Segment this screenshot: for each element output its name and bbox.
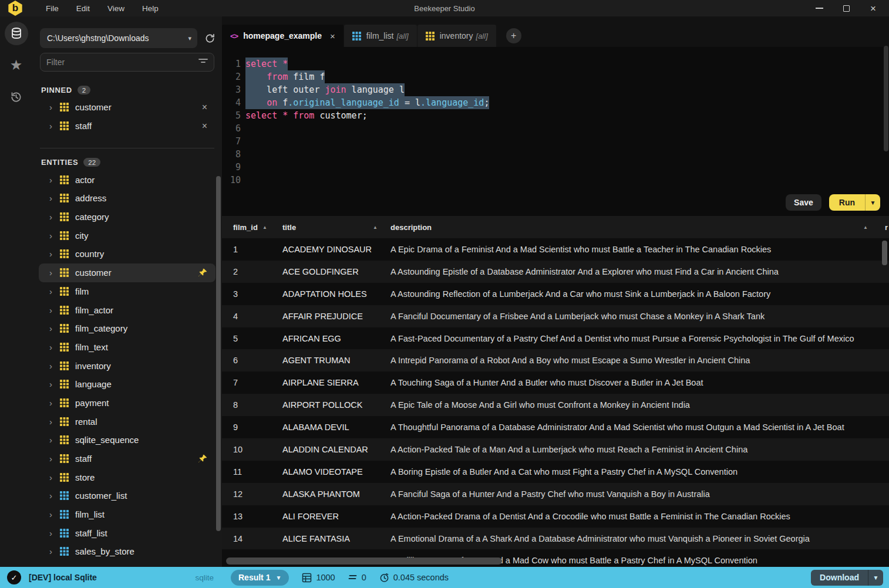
column-header-title[interactable]: title ▲ [282,223,390,232]
cell-film-id[interactable]: 13 [233,512,282,521]
run-button[interactable]: Run ▼ [829,194,880,211]
table-row[interactable]: 10ALADDIN CALENDARA Action-Packed Tale o… [222,438,889,461]
close-button[interactable]: × [868,3,878,13]
sidebar-item-customer_list[interactable]: ›customer_list [39,486,215,505]
pinned-item-staff[interactable]: ›staff× [39,117,215,136]
cell-description[interactable]: A Intrepid Panorama of a Robot And a Boy… [390,356,889,365]
column-header-partial[interactable]: r [885,223,888,232]
download-button[interactable]: Download ▼ [811,570,883,586]
refresh-icon[interactable] [203,32,216,45]
sidebar-item-film_actor[interactable]: ›film_actor [39,300,215,319]
sidebar-item-staff[interactable]: ›staff [39,450,215,468]
new-tab-button[interactable]: + [506,28,521,43]
cell-description[interactable]: A Epic Drama of a Feminist And a Mad Sci… [390,245,889,254]
sidebar-item-film[interactable]: ›film [39,282,215,301]
code-line-4[interactable]: 4 on f.original_language_id = l.language… [222,96,889,109]
cell-film-id[interactable]: 7 [233,378,282,387]
chevron-right-icon[interactable]: › [49,121,60,130]
cell-title[interactable]: AFFAIR PREJUDICE [282,312,390,321]
menu-view[interactable]: View [101,2,131,15]
favorites-nav-icon[interactable]: ★ [5,53,28,77]
chevron-right-icon[interactable]: › [49,510,60,519]
sidebar-item-store[interactable]: ›store [39,468,215,486]
table-row[interactable]: 11ALAMO VIDEOTAPEA Boring Epistle of a B… [222,461,889,483]
cell-description[interactable]: A Epic Tale of a Moose And a Girl who mu… [390,400,889,410]
cell-film-id[interactable]: 5 [233,334,282,343]
table-row[interactable]: 9ALABAMA DEVILA Thoughtful Panorama of a… [222,416,889,438]
code-line-1[interactable]: 1select * [222,58,889,70]
code-line-3[interactable]: 3 left outer join language l [222,83,889,96]
sidebar-item-film_text[interactable]: ›film_text [39,338,215,357]
cell-film-id[interactable]: 6 [233,356,282,365]
table-horizontal-scrollbar[interactable] [226,557,502,565]
sidebar-item-payment[interactable]: ›payment [39,394,215,413]
chevron-right-icon[interactable]: › [49,529,60,538]
sidebar-item-customer[interactable]: ›customer [39,263,215,282]
cell-film-id[interactable]: 10 [233,445,282,454]
sidebar-item-staff_list[interactable]: ›staff_list [39,523,215,542]
cell-title[interactable]: AIRPORT POLLOCK [282,400,390,410]
sidebar-item-film_list[interactable]: ›film_list [39,505,215,524]
run-button-label[interactable]: Run [829,198,865,207]
chevron-right-icon[interactable]: › [49,361,60,370]
unpin-close-icon[interactable]: × [202,121,207,131]
cell-description[interactable]: A Astounding Epistle of a Database Admin… [390,267,889,276]
tab-inventory[interactable]: inventory[all] [417,25,496,47]
cell-film-id[interactable]: 4 [233,312,282,321]
download-options-caret-icon[interactable]: ▼ [868,570,883,586]
cell-title[interactable]: ALASKA PHANTOM [282,489,390,499]
cell-description[interactable]: A Action-Packed Tale of a Man And a Lumb… [390,445,889,454]
cell-description[interactable]: A Emotional Drama of a A Shark And a Dat… [390,534,889,543]
sidebar-item-address[interactable]: ›address [39,189,215,208]
pin-icon[interactable] [198,268,207,277]
table-row[interactable]: 4AFFAIR PREJUDICEA Fanciful Documentary … [222,305,889,327]
cell-description[interactable]: A Astounding Reflection of a Lumberjack … [390,289,889,299]
code-line-9[interactable]: 9 [222,161,889,174]
cell-description[interactable]: A Boring Epistle of a Butler And a Cat w… [390,467,889,477]
editor-scrollbar[interactable] [884,46,888,151]
table-row[interactable]: 12ALASKA PHANTOMA Fanciful Saga of a Hun… [222,483,889,505]
cell-description[interactable]: A Action-Packed Drama of a Dentist And a… [390,512,889,521]
cell-description[interactable]: A Thoughtful Panorama of a Database Admi… [390,423,889,432]
cell-description[interactable]: A Fanciful Documentary of a Frisbee And … [390,312,889,321]
code-line-6[interactable]: 6 [222,122,889,135]
cell-film-id[interactable]: 9 [233,423,282,432]
pinned-item-customer[interactable]: ›customer× [39,98,215,117]
chevron-right-icon[interactable]: › [49,324,60,333]
cell-title[interactable]: ALICE FANTASIA [282,534,390,543]
cell-film-id[interactable]: 2 [233,267,282,276]
chevron-right-icon[interactable]: › [49,454,60,463]
chevron-right-icon[interactable]: › [49,343,60,352]
code-line-8[interactable]: 8 [222,148,889,161]
chevron-right-icon[interactable]: › [49,306,60,315]
cell-film-id[interactable]: 8 [233,400,282,410]
menu-file[interactable]: File [39,2,65,15]
menu-edit[interactable]: Edit [70,2,96,15]
history-nav-icon[interactable] [5,85,28,109]
maximize-button[interactable] [841,3,851,13]
cell-title[interactable]: AIRPLANE SIERRA [282,378,390,387]
table-row[interactable]: 5AFRICAN EGGA Fast-Paced Documentary of … [222,327,889,350]
cell-description[interactable]: A Fast-Paced Documentary of a Pastry Che… [390,334,889,343]
cell-film-id[interactable]: 11 [233,467,282,477]
database-nav-icon[interactable] [5,22,28,45]
table-vertical-scrollbar[interactable] [882,241,887,265]
cell-title[interactable]: ALADDIN CALENDAR [282,445,390,454]
connection-select[interactable]: C:\Users\ghstng\Downloads ▾ [40,28,197,48]
chevron-right-icon[interactable]: › [49,103,60,111]
code-line-5[interactable]: 5select * from customer; [222,109,889,122]
sidebar-item-sqlite_sequence[interactable]: ›sqlite_sequence [39,431,215,450]
tab-close-icon[interactable]: × [330,32,335,40]
filter-input[interactable] [46,58,198,67]
tab-homepage_example[interactable]: <>homepage_example× [222,25,344,47]
chevron-right-icon[interactable]: › [49,212,60,221]
cell-title[interactable]: AGENT TRUMAN [282,356,390,365]
cell-title[interactable]: ALI FOREVER [282,512,390,521]
table-row[interactable]: 7AIRPLANE SIERRAA Touching Saga of a Hun… [222,371,889,394]
chevron-right-icon[interactable]: › [49,473,60,482]
sidebar-item-actor[interactable]: ›actor [39,170,215,189]
cell-title[interactable]: ACE GOLDFINGER [282,267,390,276]
sidebar-item-sales_by_store[interactable]: ›sales_by_store [39,542,215,561]
pin-icon[interactable] [198,454,207,463]
chevron-right-icon[interactable]: › [49,435,60,444]
